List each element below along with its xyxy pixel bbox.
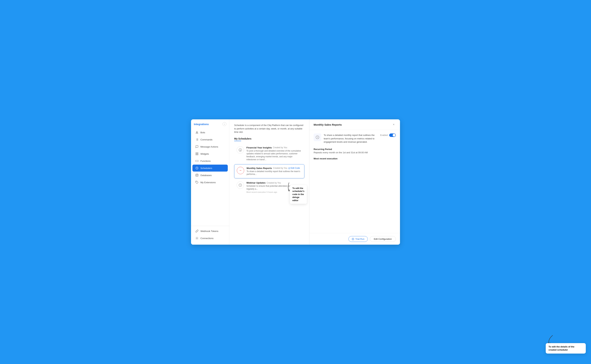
edit-code-link[interactable]: Edit Code — [288, 167, 300, 169]
panel-info-row: To share a detailed monthly report that … — [314, 133, 396, 144]
sidebar-item-connections[interactable]: Connections — [193, 235, 228, 242]
panel-close-button[interactable]: × — [392, 123, 396, 127]
bot-icon — [195, 131, 199, 134]
panel-body: To share a detailed monthly report that … — [309, 130, 400, 233]
panel-title: Monthly Sales Reports — [314, 123, 342, 126]
function-icon — [195, 159, 199, 163]
collapse-button[interactable]: ‹ — [223, 122, 226, 126]
scheduler-item-monthly[interactable]: − Monthly Sales Reports Created by You E… — [234, 164, 304, 179]
recurring-period-value: Repeats every month on the 1st and 31st … — [314, 151, 396, 154]
scheduler-created-monthly: Created by You — [273, 167, 287, 169]
svg-rect-10 — [239, 150, 241, 151]
command-icon — [195, 138, 199, 141]
sidebar-label-webhook-tokens: Webhook Tokens — [200, 230, 218, 233]
error-icon: − — [239, 169, 241, 172]
sidebar-label-databases: Databases — [200, 174, 212, 177]
scheduler-name-row-financial: Financial Year Insights Created by You — [246, 146, 302, 149]
connections-icon — [195, 236, 199, 240]
main-container: Integrations ‹ Bots Comman — [191, 119, 400, 245]
scheduler-name-row-webinar: Webinar Updates Created by You — [246, 182, 302, 184]
section-title: My Schedulers — [234, 137, 304, 140]
panel-scheduler-icon — [314, 133, 321, 141]
scheduler-name-row-monthly: Monthly Sales Reports Created by You Edi… — [246, 167, 302, 169]
recurring-period-section: Recurring Period Repeats every month on … — [314, 148, 396, 154]
most-recent-section: Most recent execution — [314, 157, 396, 160]
sidebar-label-bots: Bots — [200, 131, 205, 134]
edit-configuration-button[interactable]: Edit Configuration — [370, 236, 396, 242]
edit-config-label: Edit Configuration — [374, 238, 392, 240]
sidebar-item-my-extensions[interactable]: My Extensions — [193, 179, 228, 186]
trial-run-label: Trial Run — [355, 238, 364, 240]
sidebar-item-commands[interactable]: Commands — [193, 136, 228, 143]
sidebar-item-bots[interactable]: Bots — [193, 129, 228, 136]
webhook-icon — [195, 229, 199, 233]
svg-rect-1 — [196, 153, 197, 153]
scheduler-name-financial: Financial Year Insights — [246, 146, 272, 149]
sidebar-label-schedulers: Schedulers — [200, 167, 212, 169]
sidebar-item-widgets[interactable]: Widgets — [193, 150, 228, 157]
sidebar-item-schedulers[interactable]: Schedulers — [193, 165, 228, 172]
scheduler-name-monthly: Monthly Sales Reports — [246, 167, 272, 169]
main-content: Scheduler is a component of the Cliq Pla… — [229, 119, 309, 245]
scheduler-created-webinar: Created by You — [267, 182, 281, 184]
sidebar-label-commands: Commands — [200, 138, 212, 141]
scheduler-icon — [195, 166, 199, 170]
annotation-edit-config: To edit the details of the created sched… — [546, 343, 586, 354]
scheduler-item-financial[interactable]: Financial Year Insights Created by You T… — [234, 144, 304, 163]
edit-code-label: Edit Code — [291, 167, 300, 169]
database-icon — [195, 174, 199, 177]
sidebar: Integrations ‹ Bots Comman — [191, 119, 229, 245]
sidebar-header: Integrations ‹ — [191, 122, 229, 129]
scheduler-name-webinar: Webinar Updates — [246, 182, 266, 184]
section-title-wrap: My Schedulers — [234, 137, 304, 141]
svg-rect-2 — [197, 153, 198, 153]
enabled-label: Enabled — [380, 134, 388, 136]
panel-description: To share a detailed monthly report that … — [324, 133, 378, 144]
section-underline — [234, 141, 241, 141]
svg-point-8 — [197, 238, 198, 239]
annotation-edit-code: To edit the scheduler's code in the delu… — [290, 185, 307, 204]
trial-run-button[interactable]: Trial Run — [348, 236, 368, 242]
right-panel: Monthly Sales Reports × To share a detai… — [309, 119, 400, 245]
sidebar-title: Integrations — [194, 123, 209, 126]
svg-rect-3 — [196, 154, 197, 155]
toggle-row: Enabled — [380, 133, 396, 137]
svg-point-0 — [196, 131, 198, 132]
svg-rect-4 — [197, 154, 198, 155]
most-recent-label: Most recent execution — [314, 157, 396, 160]
sidebar-footer: Webhook Tokens Connections — [191, 226, 229, 242]
sidebar-label-message-actions: Message Actions — [200, 145, 218, 148]
sidebar-nav: Bots Commands Message Actions — [191, 129, 229, 224]
message-icon — [195, 145, 199, 149]
sidebar-label-widgets: Widgets — [200, 153, 209, 155]
svg-point-6 — [196, 174, 198, 175]
scheduler-desc-financial: To post a thorough and detailed overview… — [246, 150, 302, 161]
svg-point-7 — [196, 182, 197, 182]
sidebar-label-my-extensions: My Extensions — [200, 181, 216, 184]
enabled-toggle[interactable] — [389, 133, 396, 137]
scheduler-icon-webinar — [237, 182, 244, 189]
sidebar-item-databases[interactable]: Databases — [193, 172, 228, 179]
scheduler-created-financial: Created by You — [273, 146, 287, 149]
extension-icon — [195, 181, 199, 184]
scheduler-info-monthly: Monthly Sales Reports Created by You Edi… — [246, 167, 302, 176]
widget-icon — [195, 152, 199, 156]
main-description: Scheduler is a component of the Cliq Pla… — [234, 124, 304, 134]
sidebar-item-webhook-tokens[interactable]: Webhook Tokens — [193, 228, 228, 234]
sidebar-label-functions: Functions — [200, 160, 211, 162]
sidebar-item-functions[interactable]: Functions — [193, 157, 228, 164]
svg-marker-14 — [353, 239, 353, 240]
recurring-period-label: Recurring Period — [314, 148, 396, 150]
scheduler-desc-monthly: To share a detailed monthly report that … — [246, 170, 302, 176]
scheduler-icon-financial — [237, 146, 244, 154]
panel-header: Monthly Sales Reports × — [309, 119, 400, 130]
panel-footer: Trial Run Edit Configuration — [309, 233, 400, 245]
scheduler-info-financial: Financial Year Insights Created by You T… — [246, 146, 302, 161]
scheduler-icon-monthly: − — [237, 167, 244, 174]
sidebar-item-message-actions[interactable]: Message Actions — [193, 143, 228, 150]
sidebar-label-connections: Connections — [200, 237, 213, 240]
